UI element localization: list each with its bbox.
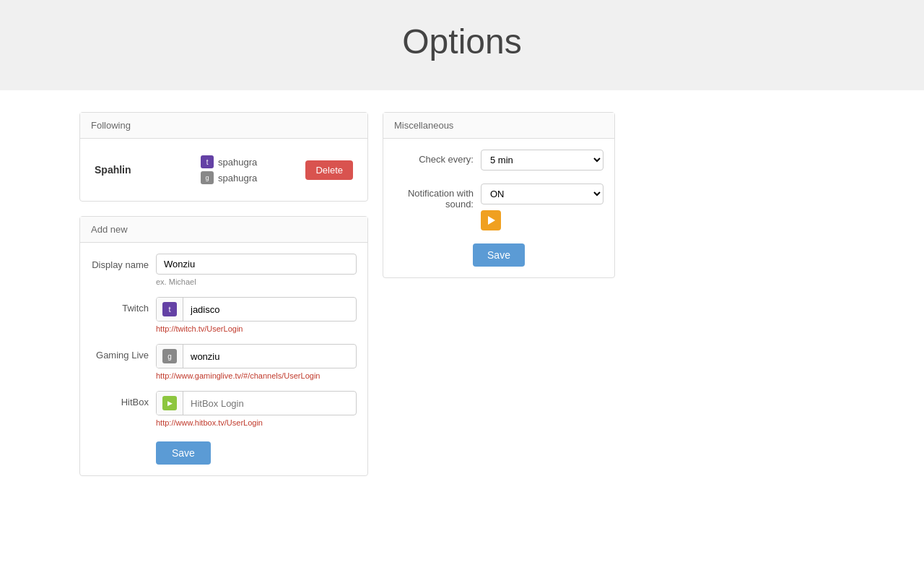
gaminglive-account-item: g spahugra xyxy=(201,171,257,184)
following-accounts: t spahugra g spahugra xyxy=(201,155,257,184)
notification-select[interactable]: ON OFF xyxy=(481,184,603,204)
add-new-header: Add new xyxy=(80,217,367,243)
display-name-row: Display name ex. Michael xyxy=(91,254,357,286)
following-row: Spahlin t spahugra g spahugra Delete xyxy=(91,150,357,190)
hitbox-hint: http://www.hitbox.tv/UserLogin xyxy=(156,418,357,427)
page-title: Options xyxy=(0,22,924,61)
hitbox-input[interactable] xyxy=(183,394,356,413)
hitbox-input-group: ▶ xyxy=(156,391,357,415)
twitch-hint: http://twitch.tv/UserLogin xyxy=(156,324,357,333)
twitch-icon-wrap: t xyxy=(157,298,183,321)
check-every-label: Check every: xyxy=(394,150,474,165)
add-new-save-button[interactable]: Save xyxy=(156,441,211,465)
display-name-hint: ex. Michael xyxy=(156,277,357,286)
following-display-name: Spahlin xyxy=(95,164,152,176)
twitch-icon: t xyxy=(201,155,214,168)
add-new-card: Add new Display name ex. Michael Twitch xyxy=(79,216,368,476)
hitbox-label: HitBox xyxy=(91,391,149,407)
display-name-input[interactable] xyxy=(156,254,357,275)
gaminglive-input[interactable] xyxy=(183,347,356,366)
delete-button[interactable]: Delete xyxy=(305,160,353,180)
right-column: Miscellaneous Check every: 1 min 2 min 5… xyxy=(383,112,615,278)
twitch-row: Twitch t http://twitch.tv/UserLogin xyxy=(91,297,357,333)
gaminglive-hint: http://www.gaminglive.tv/#/channels/User… xyxy=(156,371,357,380)
display-name-label: Display name xyxy=(91,254,149,270)
play-sound-button[interactable] xyxy=(481,210,501,230)
gaminglive-form-icon: g xyxy=(162,349,177,363)
miscellaneous-header: Miscellaneous xyxy=(383,113,614,139)
twitch-input[interactable] xyxy=(183,300,356,319)
gaminglive-icon-wrap: g xyxy=(157,345,183,368)
notification-row: Notification with sound: ON OFF xyxy=(394,184,603,230)
twitch-username: spahugra xyxy=(218,157,257,168)
hitbox-wrap: ▶ http://www.hitbox.tv/UserLogin xyxy=(156,391,357,427)
check-every-row: Check every: 1 min 2 min 5 min 10 min 15… xyxy=(394,150,603,171)
add-new-body: Display name ex. Michael Twitch t xyxy=(80,243,367,475)
twitch-wrap: t http://twitch.tv/UserLogin xyxy=(156,297,357,333)
left-column: Following Spahlin t spahugra g spahugra xyxy=(79,112,368,476)
miscellaneous-save-button[interactable]: Save xyxy=(473,243,525,267)
hitbox-form-icon: ▶ xyxy=(162,396,177,410)
following-card: Following Spahlin t spahugra g spahugra xyxy=(79,112,368,202)
miscellaneous-body: Check every: 1 min 2 min 5 min 10 min 15… xyxy=(383,139,614,277)
add-new-title: Add new xyxy=(91,224,128,235)
check-every-control: 1 min 2 min 5 min 10 min 15 min 30 min xyxy=(481,150,603,171)
miscellaneous-title: Miscellaneous xyxy=(394,120,453,131)
twitch-label: Twitch xyxy=(91,297,149,314)
notification-label: Notification with sound: xyxy=(394,184,474,210)
gaminglive-input-group: g xyxy=(156,344,357,368)
twitch-input-group: t xyxy=(156,297,357,322)
hitbox-icon-wrap: ▶ xyxy=(157,392,183,415)
gaminglive-label: Gaming Live xyxy=(91,344,149,361)
notification-control: ON OFF xyxy=(481,184,603,230)
twitch-account-item: t spahugra xyxy=(201,155,257,168)
following-header: Following xyxy=(80,113,367,139)
display-name-wrap: ex. Michael xyxy=(156,254,357,286)
page-header: Options xyxy=(0,0,924,90)
main-content: Following Spahlin t spahugra g spahugra xyxy=(65,105,859,483)
gaminglive-username: spahugra xyxy=(218,173,257,184)
following-title: Following xyxy=(91,120,131,131)
gaminglive-wrap: g http://www.gaminglive.tv/#/channels/Us… xyxy=(156,344,357,380)
twitch-form-icon: t xyxy=(162,302,177,316)
gaminglive-row: Gaming Live g http://www.gaminglive.tv/#… xyxy=(91,344,357,380)
gaminglive-icon: g xyxy=(201,171,214,184)
following-body: Spahlin t spahugra g spahugra Delete xyxy=(80,139,367,201)
hitbox-row: HitBox ▶ http://www.hitbox.tv/UserLogin xyxy=(91,391,357,427)
check-every-select[interactable]: 1 min 2 min 5 min 10 min 15 min 30 min xyxy=(481,150,603,171)
play-icon xyxy=(488,216,495,225)
miscellaneous-card: Miscellaneous Check every: 1 min 2 min 5… xyxy=(383,112,615,278)
